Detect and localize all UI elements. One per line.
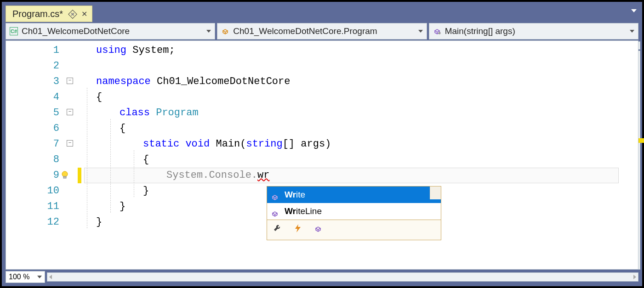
line-number: 10 [43, 183, 59, 199]
code-area[interactable]: 1 2 3 4 5 6 7 8 9 10 11 12 using System; [6, 41, 623, 269]
chevron-down-icon [206, 30, 211, 33]
gutter: 1 2 3 4 5 6 7 8 9 10 11 12 [6, 41, 74, 269]
code-line[interactable]: namespace Ch01_WelcomeDotNetCore [96, 74, 623, 90]
zoom-dropdown[interactable]: 100 % [6, 271, 45, 283]
intellisense-toolbar [267, 220, 441, 240]
intellisense-popup: Write WriteLine [267, 186, 441, 240]
fold-toggle[interactable] [67, 109, 73, 115]
file-tab[interactable]: Program.cs* ✕ [6, 6, 92, 22]
line-number: 5 [43, 105, 59, 121]
project-name: Ch01_WelcomeDotNetCore [22, 26, 130, 36]
code-line[interactable]: using System; [96, 43, 623, 58]
code-line[interactable]: System.Console.wr [166, 168, 623, 183]
horizontal-scrollbar[interactable] [47, 272, 638, 282]
line-number: 8 [43, 152, 59, 168]
line-number: 3 [43, 74, 59, 90]
zoom-value: 100 % [9, 273, 29, 281]
method-name: Main(string[] args) [445, 26, 515, 36]
chevron-down-icon [418, 30, 423, 33]
code-line[interactable]: static void Main(string[] args) [143, 136, 623, 152]
intellisense-item[interactable]: WriteLine [267, 203, 441, 220]
code-line[interactable]: { [143, 152, 623, 168]
class-icon [221, 27, 229, 35]
outlining-line [110, 119, 111, 213]
line-number: 2 [43, 58, 59, 74]
chevron-down-icon [630, 30, 634, 33]
line-number: 4 [43, 90, 59, 105]
class-dropdown[interactable]: Ch01_WelcomeDotNetCore.Program [217, 23, 427, 40]
intellisense-item[interactable]: Write [267, 186, 441, 203]
fold-toggle[interactable] [67, 78, 73, 84]
close-icon[interactable]: ✕ [81, 10, 87, 18]
intellisense-scrollbar[interactable] [430, 186, 441, 199]
fold-toggle[interactable] [67, 140, 73, 147]
lightning-icon[interactable] [294, 222, 302, 238]
csharp-icon: C# [10, 27, 18, 35]
line-number: 6 [43, 121, 59, 136]
outlining-line [87, 88, 87, 228]
status-bar: 100 % [6, 271, 638, 283]
change-bar [78, 168, 81, 183]
navigation-bar: C# Ch01_WelcomeDotNetCore Ch01_WelcomeDo… [6, 23, 638, 40]
line-number: 1 [43, 43, 59, 58]
code-line[interactable]: { [96, 90, 623, 105]
outlining-line [134, 150, 134, 197]
class-name: Ch01_WelcomeDotNetCore.Program [233, 26, 377, 36]
line-number: 11 [43, 199, 59, 215]
project-dropdown[interactable]: C# Ch01_WelcomeDotNetCore [6, 23, 215, 40]
cube-icon[interactable] [314, 222, 322, 238]
method-icon [271, 191, 279, 199]
line-number: 12 [43, 215, 59, 230]
intellisense-text: Write [285, 187, 305, 203]
tab-title: Program.cs* [12, 9, 63, 19]
code-line[interactable]: { [120, 121, 623, 136]
pin-icon[interactable] [69, 11, 75, 17]
editor-window: Program.cs* ✕ C# Ch01_WelcomeDotNetCore … [0, 0, 644, 288]
scroll-right-icon[interactable] [633, 275, 636, 279]
scroll-left-icon[interactable] [49, 275, 52, 279]
method-dropdown[interactable]: Main(string[] args) [429, 23, 638, 40]
wrench-icon[interactable] [273, 222, 282, 238]
chevron-down-icon [37, 276, 42, 278]
window-menu-button[interactable] [631, 4, 638, 14]
svg-rect-1 [439, 33, 440, 34]
intellisense-text: WriteLine [285, 203, 322, 219]
line-number: 9 [43, 168, 59, 183]
code-editor[interactable]: 1 2 3 4 5 6 7 8 9 10 11 12 using System; [6, 40, 638, 270]
code-line[interactable]: class Program [120, 105, 623, 121]
line-number: 7 [43, 136, 59, 152]
method-icon [271, 207, 279, 215]
tab-strip: Program.cs* ✕ [6, 4, 638, 22]
method-icon [433, 27, 441, 35]
